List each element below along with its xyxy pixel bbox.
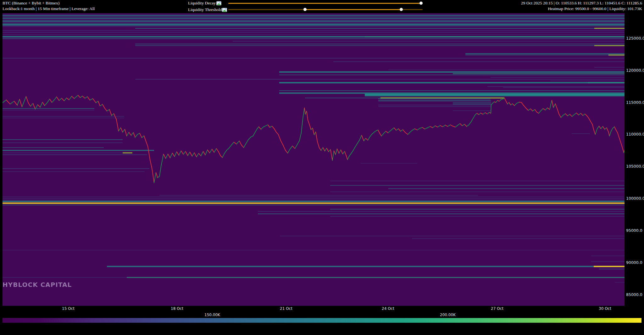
decay-info-icon[interactable] <box>216 1 221 5</box>
x-tick-label: 27 Oct <box>491 306 503 311</box>
y-tick-label: 120000.0 <box>626 68 644 72</box>
threshold-info-icon[interactable] <box>222 8 227 12</box>
y-tick-label: 125000.0 <box>626 36 644 41</box>
y-tick-label: 90000.0 <box>626 260 642 265</box>
y-tick-label: 95000.0 <box>626 228 642 232</box>
ohlc-readout: 29 Oct 2025 20:15 | O: 110533.6 H: 11129… <box>521 0 642 6</box>
liquidity-threshold-track-right[interactable] <box>401 9 423 10</box>
y-tick-label: 110000.0 <box>626 132 644 137</box>
x-tick-label: 30 Oct <box>599 306 611 311</box>
liquidity-decay-slider-track[interactable] <box>228 3 423 4</box>
colorbar-tick-label: 150.00K <box>204 313 220 317</box>
y-tick-label: 105000.0 <box>626 164 644 169</box>
liquidity-decay-slider-handle[interactable] <box>419 2 423 5</box>
header-bar: BTC (Binance + Bybit + Bitmex) Lookback:… <box>0 0 644 13</box>
colorbar-tick-label: 200.00K <box>440 313 456 317</box>
heatmap-canvas[interactable] <box>3 13 625 306</box>
x-tick-label: 15 Oct <box>62 306 75 311</box>
heatmap-price-readout: Heatmap Price: 99500.0 - 99600.0 | Liqui… <box>548 6 642 11</box>
liquidity-threshold-label: Liquidity Threshold <box>188 7 222 12</box>
x-tick-label: 21 Oct <box>280 306 292 311</box>
liquidity-threshold-track-selected[interactable] <box>305 9 401 10</box>
y-tick-label: 115000.0 <box>626 100 644 104</box>
watermark: HYBLOCK CAPITAL <box>3 281 72 288</box>
liquidity-colorbar <box>3 318 641 323</box>
footer-bar: Last Updated: 30 Oct 2025 17:11 (UTC) hy… <box>0 323 644 335</box>
x-tick-label: 24 Oct <box>382 306 394 311</box>
x-tick-label: 18 Oct <box>171 306 183 311</box>
lookback-settings: Lookback:1 month | 15 Min timeframe | Le… <box>3 6 95 11</box>
y-tick-label: 85000.0 <box>626 292 642 297</box>
liquidity-decay-label: Liquidity Decay <box>188 1 216 6</box>
liquidity-threshold-handle-low[interactable] <box>303 8 307 11</box>
y-tick-label: 100000.0 <box>626 196 644 201</box>
symbol-title: BTC (Binance + Bybit + Bitmex) <box>3 0 59 6</box>
liquidity-threshold-handle-high[interactable] <box>400 8 403 11</box>
liquidity-threshold-track-left[interactable] <box>228 9 305 10</box>
